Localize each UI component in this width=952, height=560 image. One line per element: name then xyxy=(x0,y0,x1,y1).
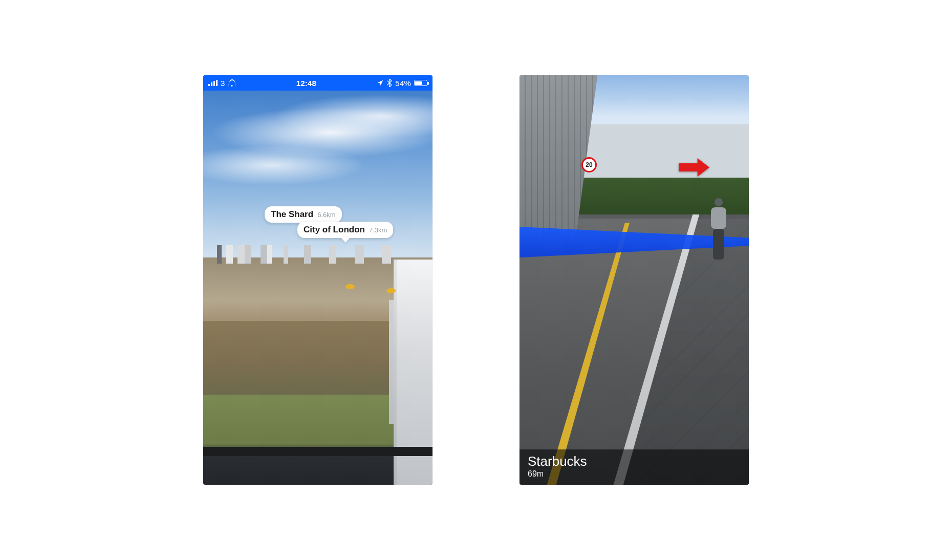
screenshot-ar-navigation: 20 Starbucks 69m xyxy=(520,75,749,485)
ar-poi-city-of-london[interactable]: City of London 7.3km xyxy=(297,222,393,238)
ios-status-bar: 3 12:48 54% xyxy=(203,75,432,91)
wifi-icon xyxy=(228,79,236,87)
location-arrow-icon xyxy=(377,79,384,87)
river-buoy xyxy=(345,284,355,289)
destination-distance: 69m xyxy=(528,469,741,479)
carrier-label: 3 xyxy=(221,79,225,88)
poi-distance: 7.3km xyxy=(369,226,387,234)
battery-percent: 54% xyxy=(395,79,411,88)
ar-poi-the-shard[interactable]: The Shard 6.6km xyxy=(265,206,342,223)
clock: 12:48 xyxy=(296,79,316,88)
turn-right-arrow-icon xyxy=(676,157,712,178)
destination-name: Starbucks xyxy=(528,455,741,468)
speed-limit-value: 20 xyxy=(586,161,592,168)
destination-banner[interactable]: Starbucks 69m xyxy=(520,449,749,485)
poi-name: City of London xyxy=(304,225,365,235)
pedestrian xyxy=(707,198,730,275)
poi-name: The Shard xyxy=(271,209,313,220)
bluetooth-icon xyxy=(387,79,392,87)
screenshot-ar-landmarks: 3 12:48 54% The Shard 6.6km City of Lo xyxy=(203,75,432,485)
speed-limit-sign: 20 xyxy=(581,157,597,173)
signal-strength-icon xyxy=(208,80,218,86)
battery-icon xyxy=(414,80,427,86)
balcony-rail xyxy=(203,447,432,456)
poi-distance: 6.6km xyxy=(317,211,335,219)
